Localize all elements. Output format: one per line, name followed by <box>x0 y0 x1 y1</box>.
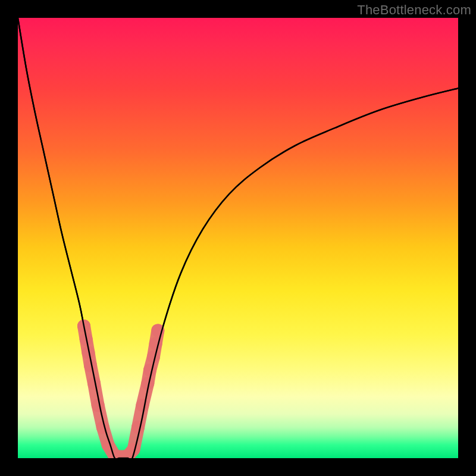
v-curve-path <box>18 18 458 458</box>
plot-area <box>18 18 458 458</box>
chart-frame: TheBottleneck.com <box>0 0 476 476</box>
marker-dot <box>143 364 156 377</box>
marker-dot <box>131 421 145 434</box>
marker-dot <box>92 399 105 412</box>
watermark-text: TheBottleneck.com <box>357 2 471 18</box>
v-curve-path <box>18 18 458 458</box>
bottleneck-curve <box>18 18 458 458</box>
marker-dot <box>136 399 149 412</box>
